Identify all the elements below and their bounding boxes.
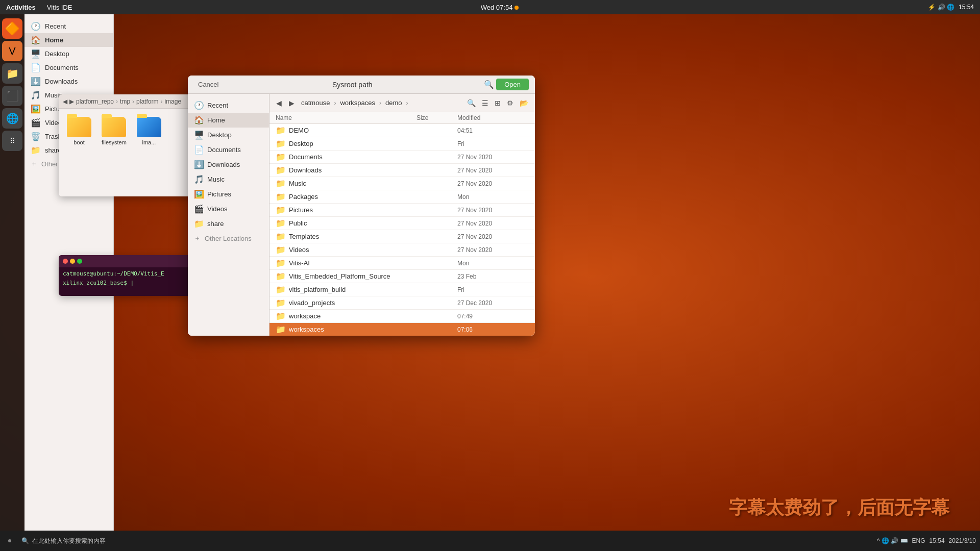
fc-music-label: Music [207,176,225,183]
fc-file-icon-7: 📁 [276,218,286,228]
fc-breadcrumb-workspaces[interactable]: workspaces [338,98,377,108]
fc-file-label-4: Music [289,180,306,187]
fc-grid-view-button[interactable]: ⊞ [492,97,503,109]
fc-documents-label: Documents [207,146,241,154]
fc-sidebar-other-locations[interactable]: ＋ Other Locations [188,231,269,245]
fc-file-name-8: 📁 Templates [276,232,416,241]
fc-file-row-2[interactable]: 📁 Documents 27 Nov 2020 [270,151,535,164]
fc-file-modified-11: 23 Feb [457,273,529,280]
fc-body: 🕐 Recent 🏠 Home 🖥️ Desktop 📄 Documents ⬇… [188,94,535,336]
fc-file-icon-6: 📁 [276,205,286,215]
fc-sidebar-pictures[interactable]: 🖼️ Pictures [188,187,269,202]
fc-file-row-15[interactable]: 📁 workspaces 07:06 [270,323,535,336]
fc-music-icon: 🎵 [194,174,203,184]
fc-file-row-11[interactable]: 📁 Vitis_Embedded_Platform_Source 23 Feb [270,270,535,283]
fc-file-modified-6: 27 Nov 2020 [457,207,529,214]
fc-list-header: Name Size Modified [270,112,535,124]
fc-sidebar-share[interactable]: 📁 share [188,216,269,231]
fc-sep-1: › [334,99,336,107]
fc-file-modified-9: 27 Nov 2020 [457,246,529,254]
fc-sidebar-home[interactable]: 🏠 Home [188,113,269,128]
fc-desktop-icon: 🖥️ [194,130,203,140]
fc-file-label-11: Vitis_Embedded_Platform_Source [289,272,390,280]
fc-file-name-10: 📁 Vitis-AI [276,258,416,268]
fc-file-icon-0: 📁 [276,126,286,135]
fc-header-modified: Modified [457,114,529,121]
fc-file-row-3[interactable]: 📁 Downloads 27 Nov 2020 [270,164,535,177]
fc-file-row-1[interactable]: 📁 Desktop Fri [270,137,535,151]
fc-file-row-6[interactable]: 📁 Pictures 27 Nov 2020 [270,204,535,217]
fc-file-row-5[interactable]: 📁 Packages Mon [270,190,535,204]
fc-sidebar-recent[interactable]: 🕐 Recent [188,98,269,113]
fc-nav-back-button[interactable]: ◀ [274,98,284,108]
fc-pictures-label: Pictures [207,190,231,198]
fc-file-label-14: workspace [289,312,321,320]
fc-path-bar: ◀ ▶ catmouse › workspaces › demo › 🔍 ☰ ⊞… [270,94,535,112]
fc-file-row-13[interactable]: 📁 vivado_projects 27 Dec 2020 [270,296,535,310]
fc-sidebar-documents[interactable]: 📄 Documents [188,142,269,157]
fc-right-buttons: 🔍 ☰ ⊞ ⚙ 📂 [464,97,531,109]
fc-file-modified-8: 27 Nov 2020 [457,233,529,240]
fc-sep-2: › [379,99,381,107]
fc-file-row-8[interactable]: 📁 Templates 27 Nov 2020 [270,230,535,243]
fc-sep-3: › [406,99,408,107]
fc-settings-button[interactable]: ⚙ [504,97,516,109]
fc-file-name-14: 📁 workspace [276,311,416,321]
dialog-overlay: Cancel Sysroot path 🔍 Open 🕐 Recent 🏠 Ho… [0,0,980,551]
fc-desktop-label: Desktop [207,131,232,139]
fc-file-icon-13: 📁 [276,298,286,308]
fc-file-label-0: DEMO [289,127,309,134]
fc-search-button[interactable]: 🔍 [482,78,496,91]
fc-breadcrumb-demo[interactable]: demo [383,98,404,108]
fc-file-label-8: Templates [289,233,319,240]
fc-share-icon: 📁 [194,219,203,229]
fc-file-modified-14: 07:49 [457,313,529,320]
fc-file-icon-14: 📁 [276,311,286,321]
fc-add-icon: ＋ [194,234,201,243]
fc-file-name-0: 📁 DEMO [276,126,416,135]
fc-file-icon-12: 📁 [276,285,286,294]
fc-file-name-7: 📁 Public [276,218,416,228]
fc-file-row-4[interactable]: 📁 Music 27 Nov 2020 [270,177,535,190]
fc-sidebar-music[interactable]: 🎵 Music [188,172,269,187]
fc-file-row-14[interactable]: 📁 workspace 07:49 [270,310,535,323]
fc-file-icon-9: 📁 [276,245,286,255]
fc-file-row-7[interactable]: 📁 Public 27 Nov 2020 [270,217,535,230]
fc-file-name-11: 📁 Vitis_Embedded_Platform_Source [276,271,416,281]
fc-file-label-10: Vitis-AI [289,259,310,267]
fc-file-name-4: 📁 Music [276,179,416,188]
fc-other-locations-label: Other Locations [205,235,252,242]
fc-list-view-button[interactable]: ☰ [479,97,491,109]
fc-file-modified-0: 04:51 [457,127,529,134]
fc-file-row-0[interactable]: 📁 DEMO 04:51 [270,124,535,137]
fc-file-label-7: Public [289,219,307,227]
fc-videos-label: Videos [207,205,228,213]
fc-file-modified-1: Fri [457,140,529,147]
fc-search-toggle-button[interactable]: 🔍 [464,97,478,109]
fc-recent-label: Recent [207,102,228,109]
fc-file-label-13: vivado_projects [289,299,335,307]
fc-file-row-12[interactable]: 📁 vitis_platform_build Fri [270,283,535,296]
fc-file-name-15: 📁 workspaces [276,324,416,334]
fc-file-name-12: 📁 vitis_platform_build [276,285,416,294]
fc-file-name-13: 📁 vivado_projects [276,298,416,308]
fc-nav-forward-button[interactable]: ▶ [286,98,297,108]
fc-file-icon-1: 📁 [276,139,286,148]
fc-sidebar-desktop[interactable]: 🖥️ Desktop [188,128,269,142]
fc-file-row-10[interactable]: 📁 Vitis-AI Mon [270,257,535,270]
fc-cancel-button[interactable]: Cancel [194,79,223,90]
fc-file-label-9: Videos [289,246,309,254]
fc-new-folder-button[interactable]: 📂 [517,97,531,109]
fc-file-modified-13: 27 Dec 2020 [457,299,529,307]
fc-file-modified-7: 27 Nov 2020 [457,220,529,227]
fc-file-label-12: vitis_platform_build [289,286,346,293]
fc-sidebar-downloads[interactable]: ⬇️ Downloads [188,157,269,172]
fc-breadcrumb-catmouse[interactable]: catmouse [299,98,332,108]
fc-file-modified-12: Fri [457,286,529,293]
fc-sidebar-videos[interactable]: 🎬 Videos [188,202,269,216]
fc-file-row-9[interactable]: 📁 Videos 27 Nov 2020 [270,243,535,257]
fc-videos-icon: 🎬 [194,204,203,214]
fc-file-modified-5: Mon [457,193,529,201]
fc-open-button[interactable]: Open [496,79,529,90]
fc-file-name-9: 📁 Videos [276,245,416,255]
